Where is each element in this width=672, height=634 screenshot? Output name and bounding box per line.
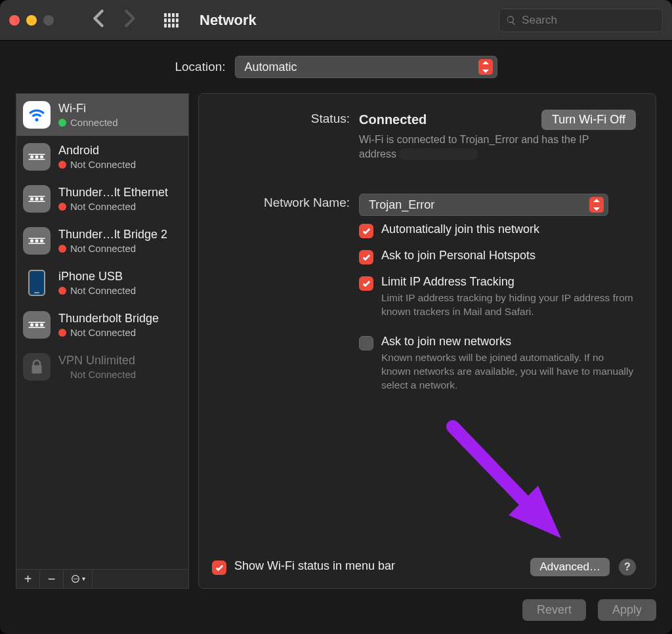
menubar-checkbox[interactable] (212, 560, 226, 575)
svg-point-11 (40, 324, 43, 327)
status-dot-icon (58, 161, 66, 169)
advanced-button[interactable]: Advanced… (530, 558, 610, 576)
svg-point-9 (30, 324, 33, 327)
location-row: Location: Automatic (0, 41, 672, 93)
all-prefs-icon[interactable] (164, 13, 178, 28)
wifi-icon (23, 101, 51, 129)
minimize-button[interactable] (26, 15, 37, 26)
location-label: Location: (175, 60, 225, 74)
location-select[interactable]: Automatic (235, 56, 497, 78)
interface-name: VPN Unlimited (58, 354, 136, 368)
status-dot-icon (58, 329, 66, 337)
close-button[interactable] (9, 15, 20, 26)
ethernet-icon (23, 185, 51, 213)
window-title: Network (200, 12, 257, 29)
ethernet-icon (23, 311, 51, 339)
svg-point-7 (35, 240, 39, 243)
svg-point-3 (30, 198, 33, 201)
remove-interface-button[interactable]: − (40, 570, 64, 588)
stepper-icon (589, 197, 604, 213)
network-name-label: Network Name: (212, 194, 350, 210)
menubar-row: Show Wi-Fi status in menu bar (212, 559, 395, 575)
limit-ip-checkbox[interactable] (359, 276, 373, 291)
interface-thunderbolt-bridge[interactable]: Thunderbolt Bridge Not Connected (16, 304, 188, 346)
status-dot-icon (58, 119, 66, 127)
interface-name: Wi-Fi (58, 102, 118, 116)
status-dot-icon (58, 203, 66, 211)
iphone-icon (23, 269, 51, 297)
interface-name: Thunder…lt Bridge 2 (58, 228, 167, 242)
wifi-toggle-button[interactable]: Turn Wi-Fi Off (541, 110, 636, 130)
svg-point-5 (40, 198, 43, 201)
add-interface-button[interactable]: + (16, 570, 40, 588)
detail-pane: Status: Connected Turn Wi-Fi Off Wi-Fi i… (198, 93, 656, 589)
interface-iphone-usb[interactable]: iPhone USB Not Connected (16, 262, 188, 304)
interface-status: Not Connected (70, 285, 136, 296)
status-label: Status: (212, 110, 350, 126)
lock-icon (23, 353, 51, 381)
titlebar: Network (0, 0, 672, 41)
help-button[interactable]: ? (619, 559, 636, 576)
revert-button[interactable]: Revert (522, 599, 586, 621)
interface-list[interactable]: Wi-Fi Connected Android Not Connected (16, 93, 189, 569)
interface-status: Not Connected (70, 159, 136, 170)
interface-status: Connected (70, 117, 118, 128)
window-controls (9, 15, 54, 26)
detail-footer: Show Wi-Fi status in menu bar Advanced… … (212, 558, 636, 576)
svg-point-10 (35, 324, 39, 327)
status-row: Status: Connected Turn Wi-Fi Off Wi-Fi i… (212, 110, 636, 161)
search-icon (506, 14, 516, 26)
interface-name: Android (58, 144, 136, 158)
bottom-buttons: Revert Apply (0, 589, 672, 634)
network-name-row: Network Name: Trojan_Error Automatically… (212, 194, 636, 396)
sidebar-toolbar: + − ▾ (16, 569, 189, 589)
ethernet-icon (23, 227, 51, 255)
network-name-value: Trojan_Error (369, 198, 434, 212)
stepper-icon (478, 59, 493, 75)
status-subtext: Wi-Fi is connected to Trojan_Error and h… (359, 133, 621, 161)
apply-button[interactable]: Apply (598, 599, 656, 621)
back-button[interactable] (92, 9, 105, 31)
redacted-ip (399, 148, 478, 160)
svg-point-13 (74, 578, 75, 580)
status-value: Connected (359, 112, 427, 127)
interface-name: Thunder…lt Ethernet (58, 186, 168, 200)
auto-join-label: Automatically join this network (381, 222, 539, 236)
sidebar: Wi-Fi Connected Android Not Connected (16, 93, 189, 589)
svg-point-1 (35, 156, 39, 159)
zoom-button[interactable] (43, 15, 54, 26)
ethernet-icon (23, 143, 51, 171)
status-dot-icon (58, 245, 66, 253)
hotspot-checkbox[interactable] (359, 250, 373, 264)
interface-status: Not Connected (70, 243, 136, 254)
interface-status: Not Connected (70, 201, 136, 212)
ask-join-sub: Known networks will be joined automatica… (381, 351, 636, 392)
ask-join-label: Ask to join new networks (381, 335, 636, 349)
interface-name: Thunderbolt Bridge (58, 312, 159, 326)
nav-arrows (92, 9, 136, 31)
interface-android[interactable]: Android Not Connected (16, 136, 188, 178)
interface-wifi[interactable]: Wi-Fi Connected (16, 94, 188, 136)
interface-vpn[interactable]: VPN Unlimited Not Connected (16, 346, 188, 388)
limit-ip-label: Limit IP Address Tracking (381, 275, 636, 289)
main-area: Wi-Fi Connected Android Not Connected (0, 93, 672, 589)
interface-thunderbolt-bridge-2[interactable]: Thunder…lt Bridge 2 Not Connected (16, 220, 188, 262)
status-dot-icon (58, 287, 66, 295)
more-actions-button[interactable]: ▾ (64, 570, 93, 588)
network-prefs-window: Network Location: Automatic Wi-Fi (0, 0, 672, 634)
limit-ip-sub: Limit IP address tracking by hiding your… (381, 291, 636, 319)
network-name-select[interactable]: Trojan_Error (359, 194, 608, 216)
svg-point-14 (75, 578, 76, 580)
ask-join-checkbox[interactable] (359, 336, 373, 350)
svg-point-15 (76, 578, 77, 580)
interface-status: Not Connected (70, 369, 136, 380)
interface-thunderbolt-ethernet[interactable]: Thunder…lt Ethernet Not Connected (16, 178, 188, 220)
svg-point-2 (40, 156, 43, 159)
interface-status: Not Connected (70, 327, 136, 338)
auto-join-checkbox[interactable] (359, 224, 373, 238)
limit-ip-row: Limit IP Address Tracking Limit IP addre… (359, 275, 636, 319)
search-field[interactable] (499, 9, 663, 32)
search-input[interactable] (522, 14, 656, 27)
svg-point-8 (40, 240, 43, 243)
svg-point-6 (30, 240, 33, 243)
